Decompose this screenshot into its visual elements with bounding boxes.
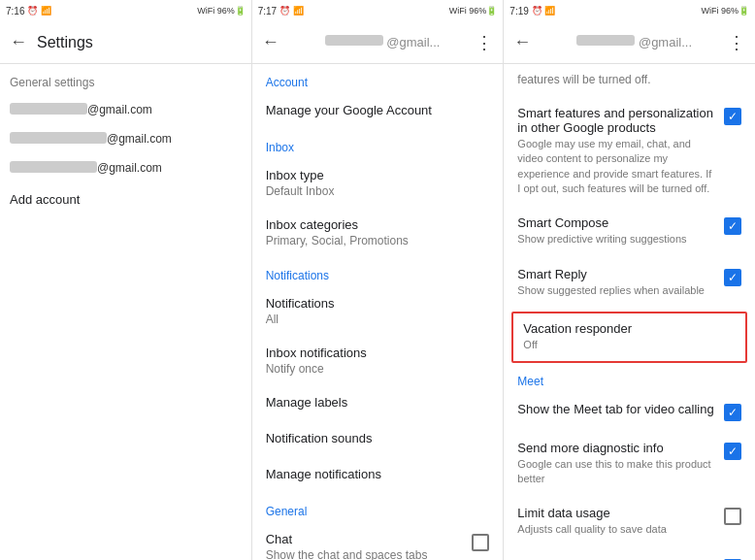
manage-google-account[interactable]: Manage your Google Account: [252, 93, 504, 129]
smart-compose-desc: Show predictive writing suggestions: [517, 232, 716, 247]
more-icon-2[interactable]: ⋮: [476, 32, 493, 53]
inbox-type-value: Default Inbox: [266, 184, 490, 198]
inbox-notifications-item[interactable]: Inbox notifications Notify once: [252, 336, 504, 385]
chat-checkbox[interactable]: [472, 534, 489, 551]
account-email-blur-1: [10, 103, 87, 115]
back-icon-1[interactable]: ←: [10, 32, 27, 52]
email-blur-2: [325, 35, 383, 46]
smart-compose-row[interactable]: Smart Compose Show predictive writing su…: [504, 206, 755, 256]
checkmark-icon: ✓: [728, 111, 738, 122]
account-email-suffix-2: @gmail.com: [107, 132, 172, 146]
top-text: features will be turned off.: [504, 64, 755, 96]
smart-reply-name: Smart Reply: [517, 267, 716, 281]
vacation-responder-name: Vacation responder: [523, 321, 736, 336]
diagnostic-desc: Google can use this to make this product…: [517, 457, 716, 487]
notifications-item[interactable]: Notifications All: [252, 286, 504, 336]
vacation-responder[interactable]: Vacation responder Off: [511, 312, 747, 362]
meet-tab-checkbox[interactable]: ✓: [724, 404, 741, 421]
smart-features-row[interactable]: Smart features and personalization in ot…: [504, 96, 755, 207]
smart-compose-name: Smart Compose: [517, 215, 716, 230]
battery-1: WiFi 96%🔋: [197, 6, 246, 16]
account-item-1[interactable]: @gmail.com: [0, 95, 251, 124]
section-general: General: [252, 493, 504, 522]
limit-data-name: Limit data usage: [517, 506, 716, 520]
smart-reply-checkbox[interactable]: ✓: [724, 269, 741, 286]
limit-data-checkbox[interactable]: [724, 508, 741, 525]
chat-item[interactable]: Chat Show the chat and spaces tabs: [252, 522, 504, 560]
manage-labels-item[interactable]: Manage labels: [252, 385, 504, 421]
smart-compose-checkbox[interactable]: ✓: [724, 217, 741, 235]
vacation-responder-value: Off: [523, 338, 736, 352]
panel1-content: General settings @gmail.com @gmail.com @…: [0, 64, 251, 560]
panel-account-settings: ← @gmail... ⋮ Account Manage your Google…: [252, 21, 505, 560]
manage-notifications-item[interactable]: Manage notifications: [252, 457, 504, 493]
section-notifications: Notifications: [252, 257, 504, 286]
checkmark-icon-3: ✓: [728, 272, 738, 283]
general-settings-label: General settings: [0, 64, 251, 95]
back-icon-2[interactable]: ←: [262, 32, 279, 52]
checkmark-icon-2: ✓: [728, 220, 738, 232]
panel1-title: Settings: [37, 34, 242, 51]
section-account: Account: [252, 64, 504, 93]
battery-3: WiFi 96%🔋: [702, 6, 750, 16]
smart-features-desc: Google may use my email, chat, and video…: [517, 137, 716, 197]
email-blur-3: [576, 35, 635, 46]
panel3-content: features will be turned off. Smart featu…: [504, 64, 755, 560]
notifications-value: All: [266, 313, 490, 326]
chat-value: Show the chat and spaces tabs: [266, 548, 473, 560]
manage-google-account-label: Manage your Google Account: [266, 103, 490, 117]
panels: ← Settings General settings @gmail.com @…: [0, 21, 755, 560]
limit-data-desc: Adjusts call quality to save data: [517, 522, 716, 537]
inbox-categories-item[interactable]: Inbox categories Primary, Social, Promot…: [252, 208, 504, 257]
account-email-blur-2: [10, 132, 107, 144]
meet-section-label: Meet: [504, 367, 755, 392]
limit-data-row[interactable]: Limit data usage Adjusts call quality to…: [504, 496, 755, 546]
icons-3: ⏰ 📶: [532, 6, 556, 16]
smart-features-checkbox[interactable]: ✓: [724, 108, 741, 125]
panel2-content: Account Manage your Google Account Inbox…: [252, 64, 504, 560]
smart-reply-row[interactable]: Smart Reply Show suggested replies when …: [504, 257, 755, 308]
more-icon-3[interactable]: ⋮: [728, 32, 745, 53]
panel1-header: ← Settings: [0, 21, 251, 64]
account-item-3[interactable]: @gmail.com: [0, 153, 251, 182]
inbox-categories-value: Primary, Social, Promotions: [266, 234, 490, 247]
checkmark-icon-4: ✓: [728, 407, 738, 418]
inbox-type-label: Inbox type: [266, 168, 490, 182]
icons-1: ⏰ 📶: [27, 6, 51, 16]
call-ringing-row[interactable]: Call ringing Ring for incoming calls ✓: [504, 547, 755, 560]
account-email-suffix-3: @gmail.com: [97, 161, 162, 175]
email-at-2: @gmail...: [386, 35, 440, 49]
email-at-3: @gmail...: [639, 35, 692, 49]
smart-reply-desc: Show suggested replies when available: [517, 283, 716, 298]
back-icon-3[interactable]: ←: [513, 32, 531, 52]
meet-tab-row[interactable]: Show the Meet tab for video calling ✓: [504, 392, 755, 431]
account-email-suffix-1: @gmail.com: [87, 103, 152, 116]
notification-sounds-label: Notification sounds: [266, 431, 490, 445]
inbox-notifications-value: Notify once: [266, 362, 490, 376]
diagnostic-checkbox[interactable]: ✓: [724, 443, 741, 460]
checkmark-icon-5: ✓: [728, 445, 738, 457]
meet-tab-name: Show the Meet tab for video calling: [517, 402, 716, 416]
status-bar-3: 7:19 ⏰ 📶 WiFi 96%🔋: [504, 0, 755, 21]
panel3-header: ← @gmail... ⋮: [504, 21, 755, 64]
diagnostic-row[interactable]: Send more diagnostic info Google can use…: [504, 431, 755, 497]
manage-labels-label: Manage labels: [266, 395, 490, 410]
time-2: 7:17: [258, 6, 277, 16]
battery-2: WiFi 96%🔋: [449, 6, 498, 16]
account-item-2[interactable]: @gmail.com: [0, 124, 251, 153]
inbox-type-item[interactable]: Inbox type Default Inbox: [252, 158, 504, 208]
chat-label: Chat: [266, 532, 473, 546]
notification-sounds-item[interactable]: Notification sounds: [252, 421, 504, 457]
account-email-blur-3: [10, 161, 97, 173]
panel3-email: @gmail...: [541, 35, 728, 49]
icons-2: ⏰ 📶: [279, 6, 304, 16]
time-3: 7:19: [509, 6, 528, 16]
panel-general-settings: ← Settings General settings @gmail.com @…: [0, 21, 252, 560]
inbox-categories-label: Inbox categories: [266, 217, 490, 232]
section-inbox: Inbox: [252, 129, 504, 158]
panel2-email: @gmail...: [289, 35, 476, 49]
panel2-header: ← @gmail... ⋮: [252, 21, 504, 64]
manage-notifications-label: Manage notifications: [266, 467, 490, 481]
add-account-button[interactable]: Add account: [0, 182, 251, 216]
notifications-label: Notifications: [266, 296, 490, 311]
